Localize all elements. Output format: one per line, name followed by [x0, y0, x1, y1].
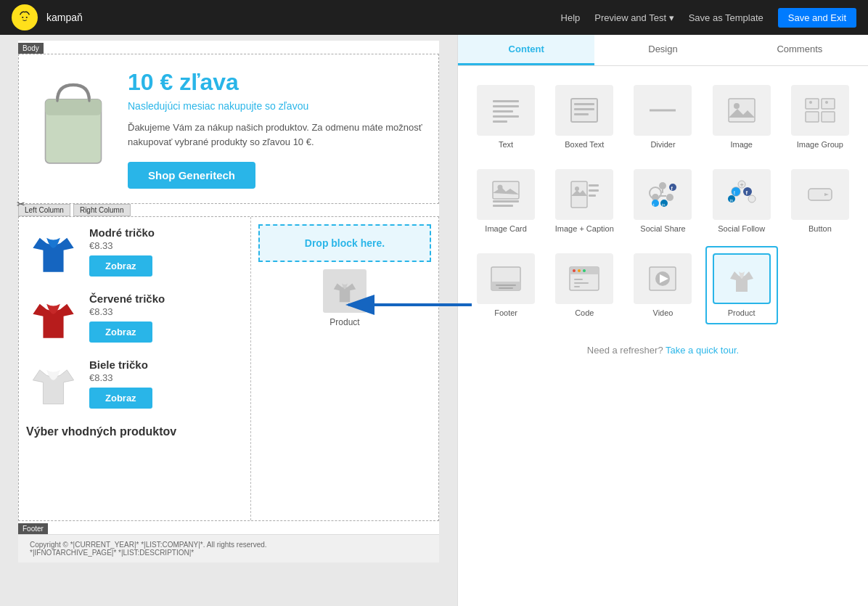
drop-zone[interactable]: Drop block here.: [258, 224, 431, 262]
block-boxed-text[interactable]: Boxed Text: [548, 78, 621, 156]
navbar: kampaň Help Preview and Test ▾ Save as T…: [0, 0, 868, 35]
svg-rect-7: [493, 100, 519, 102]
navbar-actions: Help Preview and Test ▾ Save as Template…: [561, 8, 856, 28]
svg-rect-64: [574, 279, 583, 280]
text-icon: [477, 85, 535, 136]
email-footer: Copyright © *|CURRENT_YEAR|* *|LIST:COMP…: [18, 534, 439, 562]
block-social-share[interactable]: f t in Social Share: [626, 162, 699, 240]
footer-line2: *|IFNOTARCHIVE_PAGE|* *|LIST:DESCRIPTION…: [30, 549, 427, 557]
preview-test-button[interactable]: Preview and Test ▾: [594, 12, 673, 23]
product-info-2: Červené tričko €8.33 Zobraz: [89, 292, 243, 343]
block-image-card-label: Image Card: [485, 224, 526, 233]
svg-point-36: [666, 194, 673, 201]
mailchimp-logo: [12, 4, 38, 30]
hero-body: Ďakujeme Vám za nákup našich produktov. …: [128, 120, 424, 149]
block-image-caption[interactable]: Image + Caption: [548, 162, 621, 240]
svg-point-34: [659, 182, 666, 189]
product-item-1: Modré tričko €8.33 Zobraz: [26, 224, 243, 279]
hero-bag-image: [33, 69, 113, 176]
left-column-label: Left Column: [18, 204, 70, 216]
hero-section: 10 € zľava Nasledujúci mesiac nakupujte …: [18, 54, 439, 204]
product-item-2: Červené tričko €8.33 Zobraz: [26, 290, 243, 345]
svg-rect-17: [729, 99, 755, 122]
boxed-text-icon: [555, 85, 613, 136]
block-button[interactable]: Button: [784, 162, 856, 240]
block-text[interactable]: Text: [470, 78, 542, 156]
product-name-2: Červené tričko: [89, 292, 243, 305]
divider-icon: [634, 85, 692, 136]
image-card-icon: [477, 169, 535, 220]
svg-rect-66: [574, 286, 580, 287]
tab-content[interactable]: Content: [458, 35, 594, 65]
refresher-text: Need a refresher? Take a quick tour.: [458, 336, 868, 364]
video-icon: [634, 253, 692, 304]
block-footer[interactable]: Footer: [470, 246, 542, 324]
social-share-icon: f t in: [634, 169, 692, 220]
svg-text:+: +: [740, 181, 743, 189]
footer-line1: Copyright © *|CURRENT_YEAR|* *|LIST:COMP…: [30, 541, 427, 549]
svg-rect-11: [493, 120, 507, 123]
canvas-area: Body 10 € zľava Nasledujúci mesiac nakup…: [0, 35, 457, 606]
zobraz-button-2[interactable]: Zobraz: [89, 322, 152, 343]
product-info-1: Modré tričko €8.33 Zobraz: [89, 226, 243, 277]
footer-icon: [477, 253, 535, 304]
svg-rect-32: [589, 189, 599, 192]
right-column-label: Right Column: [73, 204, 131, 216]
help-link[interactable]: Help: [561, 12, 581, 23]
tab-comments[interactable]: Comments: [732, 35, 868, 65]
block-button-label: Button: [808, 224, 832, 233]
svg-rect-58: [499, 287, 513, 289]
block-image-caption-label: Image + Caption: [555, 224, 614, 233]
main-layout: Body 10 € zľava Nasledujúci mesiac nakup…: [0, 35, 868, 606]
image-icon: [713, 85, 771, 136]
save-exit-button[interactable]: Save and Exit: [778, 8, 856, 28]
products-section: Modré tričko €8.33 Zobraz: [18, 216, 439, 521]
svg-rect-4: [46, 99, 102, 115]
svg-text:t: t: [734, 190, 735, 195]
svg-rect-57: [496, 284, 516, 286]
tab-design[interactable]: Design: [594, 35, 731, 65]
block-text-label: Text: [499, 140, 513, 149]
block-video-label: Video: [653, 308, 673, 317]
block-product[interactable]: Product: [705, 246, 778, 324]
svg-point-38: [669, 184, 676, 191]
block-video[interactable]: Video: [626, 246, 699, 324]
campaign-name: kampaň: [46, 12, 561, 23]
quick-tour-link[interactable]: Take a quick tour.: [666, 345, 739, 356]
panel-tabs: Content Design Comments: [458, 35, 868, 66]
svg-rect-27: [493, 200, 519, 202]
save-template-button[interactable]: Save as Template: [689, 12, 763, 23]
svg-text:in: in: [729, 198, 733, 202]
shop-button[interactable]: Shop Generitech: [128, 162, 255, 189]
svg-point-62: [578, 269, 581, 272]
right-column: Drop block here. Product: [251, 217, 438, 520]
hero-subtitle: Nasledujúci mesiac nakupujte so zľavou: [128, 100, 424, 112]
image-group-icon: [791, 85, 849, 136]
column-labels: ✂ Left Column Right Column: [18, 204, 439, 216]
svg-point-23: [809, 101, 812, 104]
svg-text:f: f: [745, 189, 748, 196]
product-icon: [713, 253, 771, 304]
zobraz-button-3[interactable]: Zobraz: [89, 388, 152, 409]
blocks-grid: Text Boxed Text: [458, 66, 868, 336]
block-social-follow[interactable]: f t + in Social Follow: [705, 162, 778, 240]
image-caption-icon: [555, 169, 613, 220]
product-image-blue: [26, 224, 81, 279]
block-image-card[interactable]: Image Card: [470, 162, 542, 240]
svg-text:in: in: [662, 202, 666, 207]
svg-point-18: [734, 103, 740, 109]
block-social-share-label: Social Share: [640, 224, 685, 233]
block-divider[interactable]: Divider: [626, 78, 699, 156]
svg-rect-10: [493, 115, 519, 118]
product-name-1: Modré tričko: [89, 226, 243, 239]
block-image-group[interactable]: Image Group: [784, 78, 856, 156]
hero-title: 10 € zľava: [128, 69, 424, 96]
block-footer-label: Footer: [494, 308, 517, 317]
svg-point-24: [825, 101, 828, 104]
zobraz-button-1[interactable]: Zobraz: [89, 255, 152, 277]
svg-rect-22: [822, 112, 835, 122]
hero-content: 10 € zľava Nasledujúci mesiac nakupujte …: [128, 69, 424, 189]
block-code[interactable]: Code: [548, 246, 621, 324]
block-image[interactable]: Image: [705, 78, 778, 156]
footer-label: Footer: [18, 523, 48, 534]
